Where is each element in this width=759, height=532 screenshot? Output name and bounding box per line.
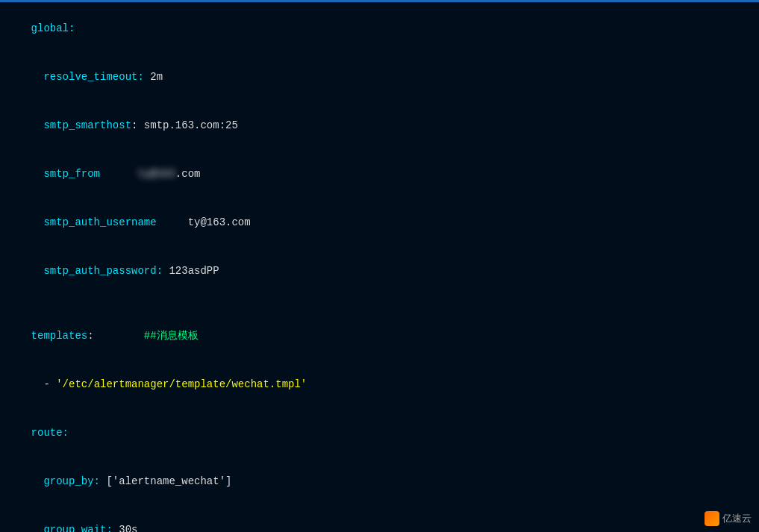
line-smtp-auth-password: smtp_auth_password: 123asdPP	[6, 247, 753, 295]
line-group-wait: group_wait: 30s	[6, 506, 753, 532]
watermark-logo	[705, 511, 719, 526]
watermark-text: 亿速云	[722, 512, 752, 525]
line-smtp-from: smtp_from ty@163.com	[6, 150, 753, 198]
line-route: route:	[6, 409, 753, 457]
line-templates: templates: ##消息模板	[6, 312, 753, 360]
line-smtp-auth-username: smtp_auth_username ty@163.com	[6, 198, 753, 247]
line-blank1	[6, 295, 753, 312]
line-global: global:	[6, 4, 753, 53]
watermark: 亿速云	[705, 511, 752, 526]
terminal-window: global: resolve_timeout: 2m smtp_smartho…	[0, 0, 759, 532]
top-border	[0, 0, 759, 2]
line-smtp-smarthost: smtp_smarthost: smtp.163.com:25	[6, 101, 753, 150]
line-resolve-timeout: resolve_timeout: 2m	[6, 53, 753, 101]
line-group-by: group_by: ['alertname_wechat']	[6, 457, 753, 506]
line-templates-val: - '/etc/alertmanager/template/wechat.tmp…	[6, 360, 753, 409]
